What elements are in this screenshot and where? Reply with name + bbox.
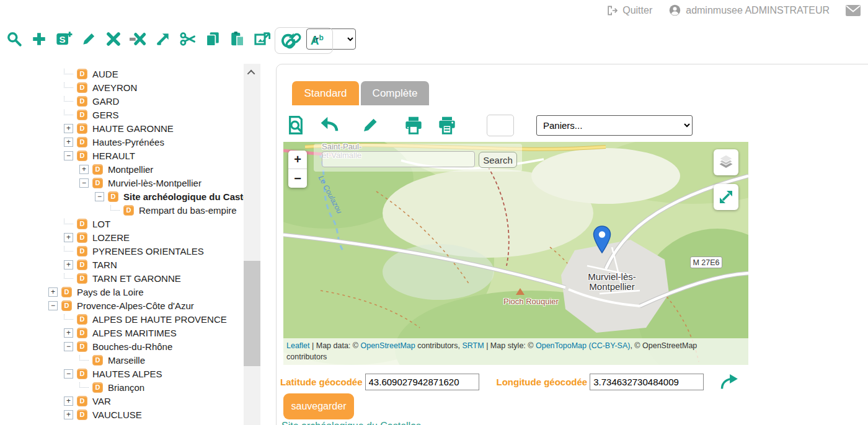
- quit-button[interactable]: Quitter: [606, 4, 652, 17]
- expand-icon[interactable]: +: [64, 410, 73, 419]
- tab-complete-label: Complète: [373, 87, 418, 100]
- share-icon[interactable]: [720, 373, 738, 390]
- link-icon[interactable]: [284, 32, 303, 50]
- search-icon[interactable]: [5, 30, 24, 48]
- attribution-link[interactable]: OpenStreetMap: [360, 341, 415, 350]
- map[interactable]: Saint-Paul- et-Valmalle Le Coulazou Murv…: [283, 142, 748, 365]
- mail-icon[interactable]: [846, 5, 861, 16]
- save-button[interactable]: sauvegarder: [283, 393, 354, 419]
- peak-icon: [516, 288, 525, 295]
- tree-item[interactable]: DBriançon: [0, 380, 244, 394]
- tree-connector: [64, 246, 73, 252]
- longitude-input[interactable]: [590, 374, 704, 390]
- map-search-button[interactable]: Search: [479, 152, 517, 168]
- edit-icon[interactable]: [79, 30, 98, 48]
- cut-icon[interactable]: [179, 30, 197, 48]
- add-site-icon[interactable]: S: [55, 30, 73, 48]
- tree: DAUDEDAVEYRONDGARDDGERS+DHAUTE GARONNE+D…: [0, 67, 244, 425]
- expand-icon[interactable]: +: [64, 233, 73, 242]
- tree-scrollbar[interactable]: [244, 64, 260, 425]
- tree-item[interactable]: −DHERAULT: [0, 149, 244, 162]
- attribution-link[interactable]: SRTM: [462, 341, 484, 350]
- attribution-link[interactable]: OpenTopoMap: [536, 341, 587, 350]
- tree-item[interactable]: DAUDE: [0, 67, 244, 81]
- tree-item[interactable]: DGARD: [0, 94, 244, 108]
- print-list-icon[interactable]: [436, 114, 458, 136]
- attribution-link[interactable]: Leaflet: [286, 341, 310, 350]
- collapse-icon[interactable]: −: [64, 369, 73, 379]
- document-type-badge: D: [77, 328, 87, 338]
- baskets-select[interactable]: Paniers...: [536, 115, 693, 136]
- tree-item[interactable]: DLOT: [0, 217, 244, 230]
- record-number-input[interactable]: [487, 115, 514, 136]
- tree-item[interactable]: +DVAR: [0, 394, 244, 408]
- map-search-control: Search: [314, 144, 522, 172]
- collapse-icon[interactable]: −: [95, 192, 104, 201]
- map-search-input[interactable]: [322, 151, 475, 167]
- scroll-up-icon[interactable]: [244, 64, 260, 81]
- tree-item[interactable]: +DVAUCLUSE: [0, 408, 244, 421]
- attribution-text: contributors,: [415, 341, 463, 350]
- tree-item[interactable]: −DProvence-Alpes-Côte d'Azur: [0, 299, 244, 312]
- expand-icon[interactable]: +: [64, 124, 73, 133]
- copy-icon[interactable]: [203, 30, 222, 48]
- scrollbar-thumb[interactable]: [244, 261, 260, 366]
- collapse-icon[interactable]: −: [79, 178, 89, 188]
- map-marker-icon[interactable]: [593, 226, 611, 254]
- tree-item[interactable]: DTARN ET GARONNE: [0, 271, 244, 285]
- tree-item[interactable]: −DSite archéologique du Castellas: [0, 190, 244, 203]
- edit-record-icon[interactable]: [359, 114, 381, 136]
- tree-item[interactable]: DALPES DE HAUTE PROVENCE: [0, 312, 244, 326]
- tree-item-label: GERS: [92, 110, 119, 120]
- expand-icon[interactable]: +: [48, 287, 58, 297]
- bottom-record-link[interactable]: Site archéologique du Castellas: [281, 421, 421, 425]
- attribution-link[interactable]: (CC-BY-SA): [588, 341, 630, 350]
- tree-item[interactable]: DAVEYRON: [0, 81, 244, 94]
- collapse-icon[interactable]: −: [64, 151, 73, 160]
- tree-item[interactable]: +DMontpellier: [0, 162, 244, 176]
- latitude-input[interactable]: [365, 374, 479, 390]
- collapse-icon[interactable]: −: [48, 301, 58, 310]
- map-tiles: [283, 142, 748, 365]
- tree-item[interactable]: DMarseille: [0, 353, 244, 367]
- tree-item[interactable]: +DLOZERE: [0, 230, 244, 244]
- expand-icon[interactable]: +: [79, 165, 89, 174]
- expand-icon[interactable]: +: [64, 138, 73, 147]
- fullscreen-control[interactable]: [714, 184, 738, 210]
- tree-item[interactable]: +DPays de la Loire: [0, 285, 244, 299]
- tree-item[interactable]: +DHautes-Pyrénées: [0, 135, 244, 149]
- image-link-icon[interactable]: [253, 30, 272, 48]
- tree-item[interactable]: +DHAUTE GARONNE: [0, 121, 244, 135]
- zoom-out-button[interactable]: −: [288, 169, 307, 188]
- road-ref-badge: M 27E6: [690, 256, 722, 268]
- tab-standard[interactable]: Standard: [292, 81, 359, 105]
- tree-item[interactable]: −DMurviel-lès-Montpellier: [0, 176, 244, 190]
- expand-icon[interactable]: +: [64, 397, 73, 406]
- paste-icon[interactable]: [228, 30, 247, 48]
- tree-item[interactable]: DRempart du bas-empire: [0, 203, 244, 217]
- detach-icon[interactable]: [129, 30, 148, 48]
- undo-icon[interactable]: [318, 114, 340, 136]
- tab-complete[interactable]: Complète: [361, 81, 429, 105]
- layers-control[interactable]: [714, 149, 738, 175]
- document-type-badge: D: [77, 137, 87, 147]
- expand-icon[interactable]: +: [64, 328, 73, 338]
- move-icon[interactable]: [154, 30, 172, 48]
- tree-item[interactable]: +DTARN: [0, 258, 244, 271]
- tree-item[interactable]: +DALPES MARITIMES: [0, 326, 244, 340]
- alphabetical-icon[interactable]: Ab: [311, 34, 324, 46]
- tree-item[interactable]: −DBouches-du-Rhône: [0, 340, 244, 353]
- delete-icon[interactable]: [104, 30, 123, 48]
- expand-icon[interactable]: +: [64, 260, 73, 269]
- user-menu[interactable]: adminmusee ADMINSTRATEUR: [668, 4, 830, 17]
- tree-connector: [64, 273, 73, 279]
- collapse-icon[interactable]: −: [64, 342, 73, 351]
- tree-item-label: AVEYRON: [92, 82, 137, 93]
- tree-item[interactable]: DGERS: [0, 108, 244, 121]
- tree-item[interactable]: DPYRENEES ORIENTALES: [0, 244, 244, 258]
- add-icon[interactable]: [30, 30, 48, 48]
- tree-item[interactable]: −DHAUTES ALPES: [0, 367, 244, 380]
- print-icon[interactable]: [402, 114, 425, 136]
- zoom-in-button[interactable]: +: [288, 151, 307, 169]
- preview-icon[interactable]: [285, 114, 307, 136]
